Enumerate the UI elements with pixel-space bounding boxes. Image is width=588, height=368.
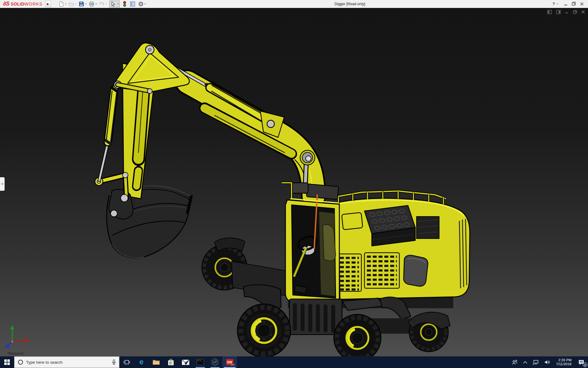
- ds-logo-icon: ∂S: [3, 1, 9, 7]
- system-tray: 2:26 PM 7/11/2018 2: [509, 356, 588, 368]
- properties-list-icon: [130, 1, 136, 7]
- boom-arm: [187, 77, 314, 196]
- orientation-triad: [3, 323, 34, 351]
- triad-y-axis: [10, 325, 14, 329]
- search-input[interactable]: [26, 360, 112, 365]
- tray-overflow-button[interactable]: [520, 356, 530, 368]
- speaker-icon: [545, 360, 550, 365]
- task-view-button[interactable]: [119, 356, 134, 368]
- action-center-button[interactable]: 2: [575, 356, 588, 368]
- gear-icon: [138, 1, 144, 7]
- people-button[interactable]: [509, 356, 520, 368]
- title-bar: ∂S SOLID WORKS ▶ ▾ ▾ ▾: [0, 0, 588, 8]
- select-tool-button[interactable]: ▾: [109, 1, 120, 7]
- properties-button[interactable]: [129, 0, 136, 8]
- save-button[interactable]: [78, 0, 85, 8]
- select-caret[interactable]: ▾: [117, 2, 119, 5]
- options-button[interactable]: [138, 0, 144, 8]
- network-icon: [533, 360, 539, 365]
- edge-icon: e: [138, 358, 145, 366]
- print-caret[interactable]: ▾: [96, 2, 97, 5]
- taskbar-solidworks[interactable]: SW 2017: [222, 356, 237, 368]
- cortana-icon: [18, 360, 23, 365]
- help-caret[interactable]: ▾: [557, 2, 558, 5]
- people-icon: [512, 360, 518, 365]
- window-controls: ? ▾: [552, 2, 588, 6]
- open-folder-icon: [68, 1, 74, 7]
- select-arrow-icon: [110, 1, 116, 7]
- wheel-front-right: [334, 314, 381, 356]
- undo-button: [98, 0, 105, 8]
- cab: [282, 183, 339, 304]
- dipper-cylinder: [99, 87, 118, 180]
- store-icon: [168, 358, 174, 366]
- clock-time: 2:26 PM: [556, 358, 571, 362]
- open-button[interactable]: [68, 0, 75, 8]
- wheel-front-left: [237, 304, 291, 356]
- taskbar-edge[interactable]: e: [134, 356, 149, 368]
- taskbar-mail[interactable]: [178, 356, 193, 368]
- clock[interactable]: 2:26 PM 7/11/2018: [553, 356, 575, 368]
- new-document-icon: [58, 1, 64, 7]
- file-explorer-icon: [153, 359, 160, 365]
- start-button[interactable]: [0, 356, 14, 368]
- view-orientation-label: *Dimetric: [7, 351, 24, 356]
- cab-roof-box-2: [292, 183, 308, 193]
- rebuild-traffic-light-button[interactable]: [123, 0, 127, 8]
- traffic-light-icon: [123, 1, 126, 7]
- windows-taskbar: e C:\_: [0, 356, 588, 368]
- close-button[interactable]: [580, 2, 584, 6]
- command-prompt-icon: C:\_: [197, 359, 204, 365]
- print-icon: [89, 1, 95, 7]
- cab-roof-box: [306, 184, 338, 200]
- new-caret[interactable]: ▾: [65, 2, 66, 5]
- taskbar-search[interactable]: [14, 356, 119, 368]
- solidworks-2017-icon: SW 2017: [226, 359, 233, 365]
- window-title: Digger [Read-only]: [147, 2, 552, 6]
- undo-caret: ▾: [106, 2, 107, 5]
- seat: [323, 225, 336, 261]
- save-caret[interactable]: ▾: [85, 2, 87, 5]
- volume-button[interactable]: [542, 356, 553, 368]
- open-caret: ▾: [75, 2, 77, 5]
- svg-text:e: e: [139, 358, 143, 366]
- digger-3d-model[interactable]: [0, 8, 588, 356]
- undo-icon: [99, 1, 105, 7]
- hexagon-app-icon: [211, 358, 219, 366]
- taskbar-file-explorer[interactable]: [149, 356, 164, 368]
- print-button[interactable]: [88, 0, 95, 8]
- windows-logo-icon: [4, 359, 10, 365]
- main-toolbar: ▾ ▾ ▾: [58, 0, 147, 8]
- triad-x-axis: [25, 339, 29, 342]
- restore-button[interactable]: [572, 2, 576, 6]
- rear-window: [404, 255, 428, 286]
- options-caret[interactable]: ▾: [145, 2, 146, 5]
- new-document-button[interactable]: [58, 0, 65, 8]
- brand-works: WORKS: [24, 2, 43, 6]
- clock-date: 7/11/2018: [556, 362, 571, 366]
- notification-badge: 2: [583, 362, 587, 367]
- solidworks-logo: ∂S SOLID WORKS: [0, 1, 43, 7]
- menu-expand-button[interactable]: ▶: [45, 1, 51, 7]
- help-button[interactable]: ?: [552, 2, 555, 6]
- taskbar-command-prompt[interactable]: C:\_: [193, 356, 208, 368]
- minimize-button[interactable]: [564, 2, 567, 6]
- taskbar-edrawings[interactable]: [208, 356, 222, 368]
- mail-icon: [182, 359, 190, 365]
- taskbar-store[interactable]: [164, 356, 178, 368]
- chevron-up-icon: [523, 361, 527, 364]
- taskbar-spacer: [237, 356, 509, 368]
- brand-solid: SOLID: [11, 2, 24, 6]
- mirror-frame: [282, 183, 292, 199]
- save-floppy-icon: [78, 1, 85, 7]
- microphone-icon[interactable]: [112, 359, 116, 365]
- task-view-icon: [124, 359, 130, 365]
- graphics-viewport[interactable]: *Dimetric: [0, 8, 588, 356]
- network-button[interactable]: [530, 356, 542, 368]
